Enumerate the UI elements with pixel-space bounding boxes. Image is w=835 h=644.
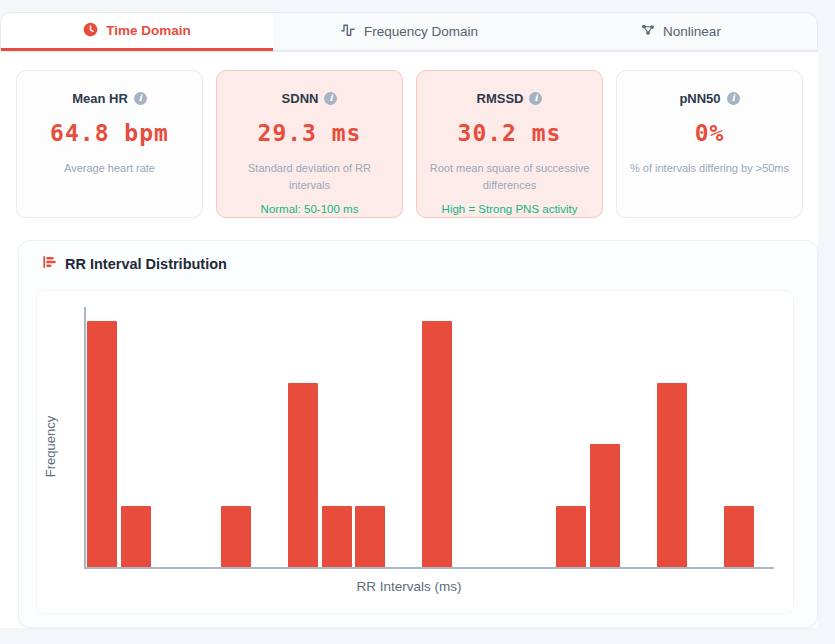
- metric-name: pNN50: [679, 91, 720, 106]
- clock-icon: [83, 22, 98, 40]
- rr-distribution-card: RR Interval Distribution Frequency RR In…: [18, 240, 818, 628]
- histogram-plot: Frequency RR Intervals (ms): [37, 291, 793, 613]
- metric-description: Average heart rate: [23, 160, 196, 177]
- tab-frequency-domain[interactable]: Frequency Domain: [273, 13, 545, 51]
- metric-value: 29.3 ms: [223, 120, 396, 146]
- metric-note: High = Strong PNS activity: [423, 203, 596, 215]
- chart-title: RR Interval Distribution: [65, 256, 227, 272]
- metric-name: RMSSD: [477, 91, 524, 106]
- metric-note: Normal: 50-100 ms: [223, 203, 396, 215]
- tab-time-domain[interactable]: Time Domain: [1, 13, 273, 51]
- info-icon[interactable]: i: [529, 92, 542, 105]
- histogram-bar: [657, 383, 687, 568]
- tab-nonlinear[interactable]: Nonlinear: [545, 13, 817, 51]
- y-axis-line: [84, 307, 86, 569]
- histogram-bar: [322, 506, 352, 568]
- metric-description: Root mean square of successive differenc…: [423, 160, 596, 194]
- metric-description: % of intervals differing by >50ms: [623, 160, 796, 177]
- histogram-bar: [87, 321, 117, 567]
- histogram-bar: [556, 506, 586, 568]
- histogram-bar: [355, 506, 385, 568]
- tab-label: Nonlinear: [663, 24, 721, 39]
- bar-chart-icon: [41, 254, 57, 274]
- histogram-bar: [422, 321, 452, 567]
- network-icon: [641, 23, 655, 40]
- info-icon[interactable]: i: [324, 92, 337, 105]
- metric-value: 64.8 bpm: [23, 120, 196, 146]
- tab-label: Frequency Domain: [364, 24, 478, 39]
- metric-title: Mean HR i: [23, 91, 196, 106]
- y-axis-label: Frequency: [43, 397, 58, 497]
- histogram-bar: [121, 506, 151, 568]
- metric-card-sdnn: SDNN i 29.3 ms Standard deviation of RR …: [216, 70, 403, 218]
- metric-cards-row: Mean HR i 64.8 bpm Average heart rate SD…: [16, 70, 803, 218]
- info-icon[interactable]: i: [134, 92, 147, 105]
- metric-description: Standard deviation of RR intervals: [223, 160, 396, 194]
- histogram-bar: [724, 506, 754, 568]
- metric-name: Mean HR: [72, 91, 128, 106]
- info-icon[interactable]: i: [727, 92, 740, 105]
- metric-value: 0%: [623, 120, 796, 146]
- x-axis-label: RR Intervals (ms): [84, 579, 734, 594]
- x-axis-line: [84, 567, 774, 569]
- metric-title: pNN50 i: [623, 91, 796, 106]
- histogram-bar: [221, 506, 251, 568]
- metric-title: RMSSD i: [423, 91, 596, 106]
- histogram-bar: [288, 383, 318, 568]
- metric-title: SDNN i: [223, 91, 396, 106]
- tab-bar: Time Domain Frequency Domain Nonlinear: [0, 12, 818, 52]
- chart-header: RR Interval Distribution: [41, 254, 227, 274]
- metric-card-mean-hr: Mean HR i 64.8 bpm Average heart rate: [16, 70, 203, 218]
- metric-card-rmssd: RMSSD i 30.2 ms Root mean square of succ…: [416, 70, 603, 218]
- waveform-icon: [340, 23, 356, 40]
- histogram-bar: [590, 444, 620, 567]
- metric-card-pnn50: pNN50 i 0% % of intervals differing by >…: [616, 70, 803, 218]
- metric-value: 30.2 ms: [423, 120, 596, 146]
- tab-label: Time Domain: [106, 23, 191, 38]
- metric-name: SDNN: [282, 91, 319, 106]
